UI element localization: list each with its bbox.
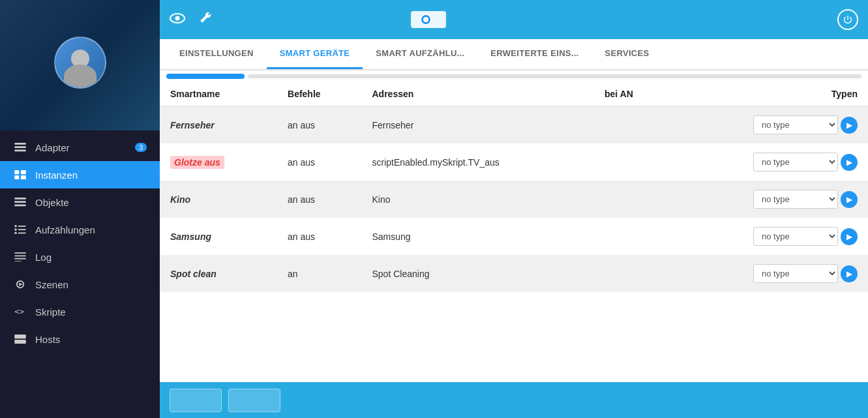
- table-row: Fernseheran ausFernseherno typeswitchthe…: [160, 106, 868, 144]
- svg-marker-21: [19, 282, 22, 286]
- tab-smart-geraete[interactable]: SMART GERÄTE: [267, 39, 363, 69]
- svg-rect-11: [18, 226, 26, 227]
- aufzaehlungen-nav-icon: [13, 224, 27, 235]
- main-content: EINSTELLUNGENSMART GERÄTESMART AUFZÄHLU.…: [160, 0, 868, 418]
- adressen-cell: Spot Cleaning: [362, 255, 594, 292]
- befehle-cell: an aus: [277, 181, 361, 218]
- host-status-dot: [420, 14, 432, 25]
- adressen-cell: scriptEnabled.mySkript.TV_aus: [362, 143, 594, 181]
- smartname-text: Samsung: [170, 231, 211, 242]
- sidebar-item-aufzaehlungen[interactable]: Aufzählungen: [0, 216, 160, 243]
- tab-services[interactable]: SERVICES: [592, 39, 663, 69]
- typen-cell: no typeswitchthermostatlightlock▶: [672, 181, 868, 218]
- svg-rect-2: [14, 150, 26, 152]
- row-action-button[interactable]: ▶: [841, 191, 858, 208]
- row-action-button[interactable]: ▶: [841, 228, 858, 245]
- objekte-nav-icon: [13, 196, 27, 208]
- svg-rect-16: [14, 252, 26, 254]
- power-button[interactable]: [837, 9, 858, 30]
- svg-rect-15: [18, 232, 26, 233]
- svg-point-26: [175, 16, 180, 21]
- svg-rect-8: [14, 201, 26, 203]
- row-action-button[interactable]: ▶: [841, 117, 858, 134]
- sidebar-item-label-adapter: Adapter: [35, 142, 70, 153]
- sidebar-item-hosts[interactable]: Hosts: [0, 325, 160, 353]
- sidebar-item-adapter[interactable]: Adapter3: [0, 134, 160, 161]
- sidebar-item-skripte[interactable]: <>Skripte: [0, 298, 160, 325]
- typen-cell: no typeswitchthermostatlightlock▶: [672, 218, 868, 255]
- sidebar-item-label-instanzen: Instanzen: [35, 170, 78, 181]
- svg-rect-17: [14, 255, 26, 256]
- col-header-befehle: Befehle: [277, 82, 361, 106]
- svg-rect-13: [18, 229, 26, 230]
- smartname-text: Fernseher: [170, 120, 215, 130]
- table-container: SmartnameBefehleAdressenbei ANTypen Fern…: [160, 82, 868, 382]
- table-row: Spot cleananSpot Cleaningno typeswitchth…: [160, 255, 868, 292]
- bottom-bar: [160, 382, 868, 418]
- sidebar-item-szenen[interactable]: Szenen: [0, 271, 160, 298]
- svg-rect-24: [14, 340, 26, 344]
- scroll-thumb[interactable]: [166, 74, 245, 79]
- svg-rect-4: [21, 170, 26, 174]
- tab-smart-aufzaehlu[interactable]: SMART AUFZÄHLU...: [363, 39, 477, 69]
- typen-dropdown[interactable]: no typeswitchthermostatlightlock: [753, 227, 838, 246]
- log-nav-icon: [13, 251, 27, 263]
- sidebar: Adapter3InstanzenObjekteAufzählungenLogS…: [0, 0, 160, 418]
- smartname-cell: Samsung: [160, 218, 277, 255]
- table-row: Kinoan ausKinono typeswitchthermostatlig…: [160, 181, 868, 218]
- scroll-track: [248, 74, 861, 78]
- tab-erweiterte-eins[interactable]: ERWEITERTE EINS...: [477, 39, 591, 69]
- typen-dropdown[interactable]: no typeswitchthermostatlightlock: [753, 190, 838, 209]
- sidebar-header: [0, 0, 160, 130]
- svg-rect-6: [21, 175, 26, 179]
- sidebar-nav: Adapter3InstanzenObjekteAufzählungenLogS…: [0, 130, 160, 418]
- sidebar-item-objekte[interactable]: Objekte: [0, 188, 160, 216]
- sidebar-item-instanzen[interactable]: Instanzen: [0, 161, 160, 188]
- bottom-button-2[interactable]: [228, 389, 280, 412]
- smartname-text: Spot clean: [170, 269, 217, 279]
- smartname-cell: Spot clean: [160, 255, 277, 292]
- topbar-right: [830, 9, 858, 30]
- typen-dropdown[interactable]: no typeswitchthermostatlightlock: [753, 264, 838, 283]
- svg-rect-3: [14, 170, 19, 174]
- svg-rect-23: [14, 335, 26, 338]
- adressen-cell: Samsung: [362, 218, 594, 255]
- table-row: Glotze ausan ausscriptEnabled.mySkript.T…: [160, 143, 868, 181]
- sidebar-item-label-objekte: Objekte: [35, 197, 69, 208]
- col-header-adressen: Adressen: [362, 82, 594, 106]
- svg-rect-18: [14, 258, 26, 260]
- adressen-cell: Kino: [362, 181, 594, 218]
- host-dot-inner: [423, 17, 428, 22]
- typen-dropdown[interactable]: no typeswitchthermostatlightlock: [753, 153, 838, 172]
- svg-point-10: [14, 225, 17, 228]
- row-action-button[interactable]: ▶: [841, 265, 858, 282]
- typen-cell: no typeswitchthermostatlightlock▶: [672, 106, 868, 144]
- befehle-cell: an aus: [277, 106, 361, 144]
- smartname-text: Kino: [170, 194, 190, 205]
- bei-an-cell: [594, 143, 672, 181]
- bei-an-cell: [594, 181, 672, 218]
- szenen-nav-icon: [13, 278, 27, 290]
- wrench-icon[interactable]: [198, 10, 213, 29]
- row-action-button[interactable]: ▶: [841, 154, 858, 171]
- host-badge[interactable]: [411, 11, 446, 28]
- sidebar-item-log[interactable]: Log: [0, 243, 160, 271]
- col-header-typen: Typen: [672, 82, 868, 106]
- smart-devices-table: SmartnameBefehleAdressenbei ANTypen Fern…: [160, 82, 868, 292]
- tabs-bar: EINSTELLUNGENSMART GERÄTESMART AUFZÄHLU.…: [160, 39, 868, 70]
- eye-icon[interactable]: [170, 11, 185, 28]
- bei-an-cell: [594, 255, 672, 292]
- table-row: Samsungan ausSamsungno typeswitchthermos…: [160, 218, 868, 255]
- svg-rect-0: [14, 143, 26, 145]
- befehle-cell: an aus: [277, 218, 361, 255]
- svg-rect-1: [14, 146, 26, 148]
- typen-dropdown[interactable]: no typeswitchthermostatlightlock: [753, 115, 838, 134]
- instanzen-nav-icon: [13, 169, 27, 181]
- bottom-button-1[interactable]: [170, 389, 222, 412]
- typen-cell: no typeswitchthermostatlightlock▶: [672, 255, 868, 292]
- tab-einstellungen[interactable]: EINSTELLUNGEN: [166, 39, 267, 69]
- sidebar-item-label-log: Log: [35, 252, 52, 263]
- svg-point-14: [14, 232, 17, 235]
- svg-rect-19: [14, 261, 22, 261]
- topbar: [160, 0, 868, 39]
